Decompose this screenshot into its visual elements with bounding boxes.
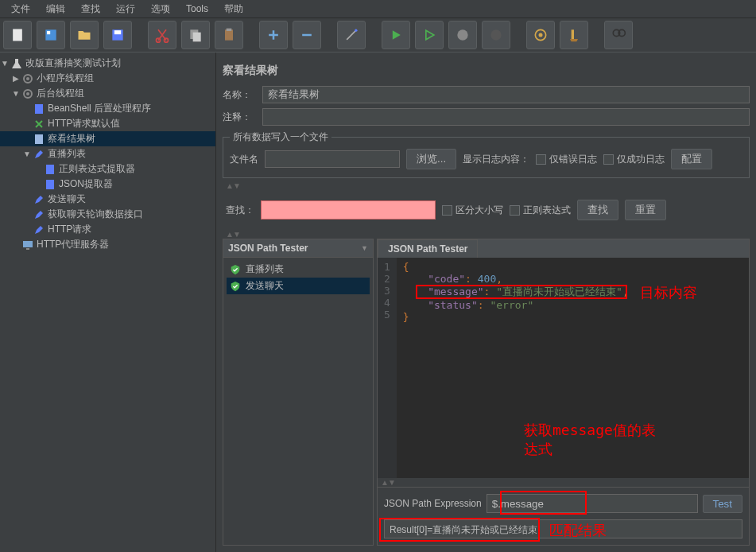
comment-input[interactable] [262, 108, 750, 126]
result-item-send-chat[interactable]: 发送聊天 [227, 278, 370, 294]
run-nopause-button[interactable] [415, 21, 444, 49]
collapse-handle-1[interactable]: ▲▼ [223, 181, 750, 190]
annotation-target: 目标内容 [640, 283, 697, 302]
expand-toggle[interactable]: ▼ [22, 150, 32, 158]
doc-blue-icon [32, 133, 46, 146]
search-input[interactable] [261, 200, 436, 220]
svg-point-13 [490, 29, 501, 40]
svg-rect-25 [46, 165, 54, 174]
result-item-live-list[interactable]: 直播列表 [227, 261, 370, 278]
expand-toggle[interactable]: ▶ [11, 74, 21, 83]
pen-icon [32, 208, 46, 221]
filename-input[interactable] [265, 150, 400, 168]
regex-checkbox[interactable]: 正则表达式 [510, 204, 571, 217]
tree-root[interactable]: ▼ 改版直播抽奖测试计划 [0, 56, 215, 71]
paste-button[interactable] [215, 21, 243, 49]
svg-rect-23 [35, 104, 43, 114]
line-gutter: 12345 [378, 258, 397, 478]
svg-point-11 [355, 29, 357, 32]
results-list-panel: JSON Path Tester ▼ 直播列表 发送聊天 [223, 239, 374, 546]
copy-button[interactable] [181, 21, 210, 49]
menu-run[interactable]: 运行 [108, 1, 143, 17]
content-panel: 察看结果树 名称： 注释： 所有数据写入一个文件 文件名 浏览... 显示日志内… [216, 52, 756, 552]
tree-item-beanshell[interactable]: BeanShell 后置处理程序 [0, 101, 215, 116]
pen-icon [32, 193, 46, 206]
cut-button[interactable] [148, 21, 176, 49]
render-dropdown[interactable]: JSON Path Tester ▼ [223, 239, 373, 258]
clear-button[interactable] [526, 21, 555, 49]
tree-item-thread-group-2[interactable]: ▼ 后台线程组 [0, 86, 215, 101]
monitor-icon [21, 239, 35, 251]
svg-rect-27 [23, 241, 33, 247]
menu-edit[interactable]: 编辑 [38, 1, 73, 17]
menu-find[interactable]: 查找 [73, 1, 108, 17]
save-button[interactable] [103, 21, 132, 49]
plus-button[interactable] [259, 21, 288, 49]
menu-options[interactable]: 选项 [143, 1, 178, 17]
search-label: 查找： [226, 204, 254, 217]
template-button[interactable] [37, 21, 65, 49]
gear-icon [21, 72, 35, 85]
tree-item-http-proxy[interactable]: HTTP代理服务器 [0, 237, 215, 252]
shutdown-button[interactable] [482, 21, 510, 49]
tree-item-thread-group-1[interactable]: ▶ 小程序线程组 [0, 71, 215, 86]
tree-item-regex-extractor[interactable]: 正则表达式提取器 [0, 161, 215, 177]
tree-item-json-extractor[interactable]: JSON提取器 [0, 177, 215, 192]
annotation-box-expr [500, 491, 587, 515]
doc-icon [43, 163, 57, 176]
svg-point-15 [539, 33, 543, 37]
menubar: 文件 编辑 查找 运行 选项 Tools 帮助 [0, 0, 756, 17]
tree-item-http-defaults[interactable]: HTTP请求默认值 [0, 116, 215, 131]
file-legend: 所有数据写入一个文件 [230, 130, 331, 144]
success-only-checkbox[interactable]: 仅成功日志 [603, 153, 665, 166]
name-input[interactable] [262, 86, 750, 103]
tab-json-tester[interactable]: JSON Path Tester [378, 239, 478, 258]
browse-button[interactable]: 浏览... [406, 149, 456, 169]
annotation-box-result [379, 518, 540, 542]
tree-item-live-list[interactable]: ▼ 直播列表 [0, 146, 215, 161]
test-plan-tree[interactable]: ▼ 改版直播抽奖测试计划 ▶ 小程序线程组 ▼ 后台线程组 BeanShell … [0, 52, 216, 552]
json-tester-panel: JSON Path Tester 12345 { "code": 400, "m… [377, 239, 750, 546]
menu-tools[interactable]: Tools [178, 2, 216, 16]
run-button[interactable] [382, 21, 410, 49]
tree-item-http-request[interactable]: HTTP请求 [0, 222, 215, 237]
svg-rect-26 [46, 180, 54, 189]
stop-button[interactable] [448, 21, 477, 49]
open-button[interactable] [70, 21, 99, 49]
menu-file[interactable]: 文件 [3, 1, 38, 17]
response-code-area[interactable]: 12345 { "code": 400, "message": "直播尚未开始或… [378, 258, 749, 478]
expand-toggle[interactable]: ▼ [0, 59, 10, 68]
test-button[interactable]: Test [703, 495, 742, 513]
shield-success-icon [230, 281, 241, 292]
svg-rect-9 [225, 29, 233, 40]
toolbar [0, 17, 756, 52]
case-sensitive-checkbox[interactable]: 区分大小写 [442, 204, 503, 217]
svg-rect-0 [13, 29, 22, 41]
svg-rect-8 [193, 33, 201, 42]
tree-item-results-tree[interactable]: 察看结果树 [0, 131, 215, 146]
new-doc-button[interactable] [3, 21, 32, 49]
file-output-fieldset: 所有数据写入一个文件 文件名 浏览... 显示日志内容： 仅错误日志 仅成功日志… [223, 130, 750, 178]
clear-all-button[interactable] [560, 21, 588, 49]
expand-toggle[interactable]: ▼ [11, 89, 21, 98]
shield-success-icon [230, 264, 241, 275]
pin-icon [32, 118, 46, 130]
reset-button[interactable]: 重置 [625, 200, 666, 220]
search-button[interactable] [604, 21, 633, 49]
expression-label: JSON Path Expression [384, 498, 482, 509]
tree-item-send-chat[interactable]: 发送聊天 [0, 192, 215, 207]
minus-button[interactable] [293, 21, 321, 49]
config-button[interactable]: 配置 [671, 149, 712, 169]
svg-rect-10 [227, 29, 232, 31]
collapse-handle-2[interactable]: ▲▼ [223, 230, 750, 239]
log-label: 显示日志内容： [463, 153, 529, 166]
svg-rect-28 [26, 248, 29, 250]
menu-help[interactable]: 帮助 [216, 1, 251, 17]
error-only-checkbox[interactable]: 仅错误日志 [536, 153, 597, 166]
svg-rect-16 [572, 29, 574, 40]
collapse-handle-3[interactable]: ▲▼ [378, 478, 749, 487]
doc-icon [32, 103, 46, 115]
wand-button[interactable] [337, 21, 366, 49]
search-button[interactable]: 查找 [577, 200, 618, 220]
tree-item-get-chat-poll[interactable]: 获取聊天轮询数据接口 [0, 207, 215, 222]
